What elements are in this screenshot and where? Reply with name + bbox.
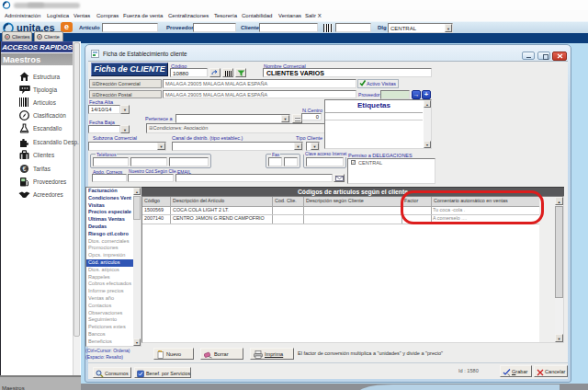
svg-text:€: € [23,166,27,172]
